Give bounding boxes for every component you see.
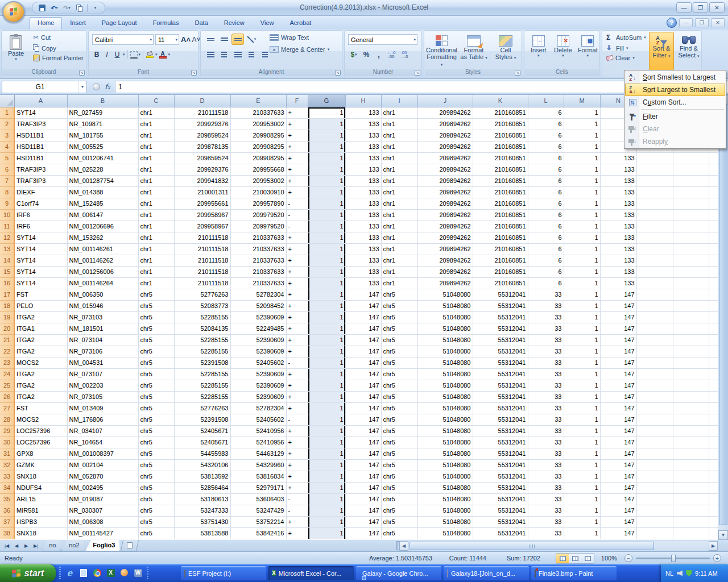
cell-F25[interactable]: + — [286, 380, 308, 391]
cell-F30[interactable]: + — [286, 436, 308, 448]
cell-F9[interactable]: - — [286, 198, 308, 209]
cell-A36[interactable]: MIR581 — [14, 505, 67, 516]
cell-F23[interactable]: - — [286, 357, 308, 368]
cell-G3[interactable]: 1 — [308, 130, 345, 141]
cell-H21[interactable]: 147 — [345, 334, 381, 346]
page-break-view-button[interactable] — [581, 554, 594, 563]
cell-H34[interactable]: 147 — [345, 482, 381, 493]
cell-K29[interactable]: 55312041 — [473, 425, 528, 436]
cell-J23[interactable]: 51048080 — [417, 357, 473, 368]
cell-C14[interactable]: chr1 — [138, 255, 174, 266]
task-button-galaxy18-join-on-d[interactable]: Galaxy18-[Join_on_d... — [444, 566, 529, 580]
cell-A28[interactable]: MOCS2 — [14, 414, 67, 425]
cell-J20[interactable]: 51048080 — [417, 323, 473, 334]
cell-E12[interactable]: 210337633 — [230, 232, 286, 243]
cell-E5[interactable]: 209908295 — [230, 152, 286, 164]
cell-Q28[interactable] — [709, 414, 718, 425]
cell-C18[interactable]: chr5 — [138, 300, 174, 311]
cell-F19[interactable]: + — [286, 311, 308, 323]
cell-E1[interactable]: 210337633 — [230, 107, 286, 118]
align-left-button[interactable] — [204, 49, 217, 60]
cell-E16[interactable]: 210337633 — [230, 277, 286, 289]
scroll-down-button[interactable]: ▼ — [718, 530, 728, 540]
vertical-scrollbar-thumb[interactable] — [719, 105, 727, 525]
cell-H9[interactable]: 133 — [345, 198, 381, 209]
cell-E34[interactable]: 52979171 — [230, 482, 286, 493]
cell-Q29[interactable] — [709, 425, 718, 436]
cell-A25[interactable]: ITGA2 — [14, 380, 67, 391]
cell-E11[interactable]: 209979520 — [230, 221, 286, 232]
cell-K33[interactable]: 55312041 — [473, 471, 528, 482]
cell-C37[interactable]: chr5 — [138, 516, 174, 527]
cell-N5[interactable]: 133 — [600, 152, 636, 164]
cell-F17[interactable]: + — [286, 289, 308, 300]
cell-B28[interactable]: NM_176806 — [67, 414, 138, 425]
cell-H24[interactable]: 147 — [345, 368, 381, 380]
comma-style-button[interactable]: , — [373, 49, 384, 60]
cell-F3[interactable]: + — [286, 130, 308, 141]
row-header-37[interactable]: 37 — [0, 516, 14, 527]
cell-F8[interactable]: + — [286, 186, 308, 198]
cell-N16[interactable]: 133 — [600, 277, 636, 289]
cell-O16[interactable] — [636, 277, 673, 289]
name-box-dropdown-arrow[interactable]: ▼ — [78, 81, 86, 93]
cell-B1[interactable]: NR_027459 — [67, 107, 138, 118]
cell-D15[interactable]: 210111518 — [174, 266, 230, 277]
cell-J13[interactable]: 209894262 — [417, 243, 473, 255]
cell-L35[interactable]: 33 — [528, 493, 564, 505]
cell-I8[interactable]: chr1 — [381, 186, 417, 198]
cell-E38[interactable]: 53842416 — [230, 527, 286, 539]
cell-B34[interactable]: NM_002495 — [67, 482, 138, 493]
cell-B19[interactable]: NR_073103 — [67, 311, 138, 323]
cell-I38[interactable]: chr5 — [381, 527, 417, 539]
cell-F4[interactable]: + — [286, 141, 308, 152]
cell-J26[interactable]: 51048080 — [417, 391, 473, 402]
cell-K1[interactable]: 210160851 — [473, 107, 528, 118]
cell-Q10[interactable] — [709, 209, 718, 221]
cell-N26[interactable]: 147 — [600, 391, 636, 402]
zoom-handle[interactable] — [671, 555, 676, 562]
row-header-19[interactable]: 19 — [0, 311, 14, 323]
row-header-17[interactable]: 17 — [0, 289, 14, 300]
cell-G2[interactable]: 1 — [308, 118, 345, 130]
font-color-button[interactable]: A — [159, 51, 167, 59]
cell-B7[interactable]: NM_001287754 — [67, 175, 138, 186]
cell-O19[interactable] — [636, 311, 673, 323]
restore-button[interactable]: ❐ — [693, 2, 708, 13]
cell-D33[interactable]: 53813592 — [174, 471, 230, 482]
cell-A33[interactable]: SNX18 — [14, 471, 67, 482]
cell-M32[interactable]: 1 — [564, 459, 600, 471]
cell-I6[interactable]: chr1 — [381, 164, 417, 175]
cell-C11[interactable]: chr1 — [138, 221, 174, 232]
cell-I15[interactable]: chr1 — [381, 266, 417, 277]
middle-align-button[interactable] — [218, 34, 230, 45]
cell-N17[interactable]: 147 — [600, 289, 636, 300]
cell-Q16[interactable] — [709, 277, 718, 289]
cell-A23[interactable]: MOCS2 — [14, 357, 67, 368]
cell-G18[interactable]: 1 — [308, 300, 345, 311]
cell-A35[interactable]: ARL15 — [14, 493, 67, 505]
row-header-26[interactable]: 26 — [0, 391, 14, 402]
cell-M23[interactable]: 1 — [564, 357, 600, 368]
cell-Q9[interactable] — [709, 198, 718, 209]
cell-I36[interactable]: chr5 — [381, 505, 417, 516]
column-header-I[interactable]: I — [381, 95, 417, 107]
cell-P32[interactable] — [673, 459, 709, 471]
cell-E23[interactable]: 52405602 — [230, 357, 286, 368]
cell-I1[interactable]: chr1 — [381, 107, 417, 118]
page-layout-view-button[interactable] — [569, 554, 581, 563]
font-size-combo[interactable]: 11▾ — [155, 34, 179, 45]
cell-P22[interactable] — [673, 346, 709, 357]
cell-J3[interactable]: 209894262 — [417, 130, 473, 141]
cell-M26[interactable]: 1 — [564, 391, 600, 402]
cell-H6[interactable]: 133 — [345, 164, 381, 175]
cell-O14[interactable] — [636, 255, 673, 266]
cell-J4[interactable]: 209894262 — [417, 141, 473, 152]
cell-D32[interactable]: 54320106 — [174, 459, 230, 471]
cell-E28[interactable]: 52405602 — [230, 414, 286, 425]
find-select-button[interactable]: Find & Select ▾ — [676, 32, 701, 70]
workbook-close-button[interactable]: ✕ — [711, 18, 725, 27]
cell-N7[interactable]: 133 — [600, 175, 636, 186]
cell-I32[interactable]: chr5 — [381, 459, 417, 471]
cell-M20[interactable]: 1 — [564, 323, 600, 334]
